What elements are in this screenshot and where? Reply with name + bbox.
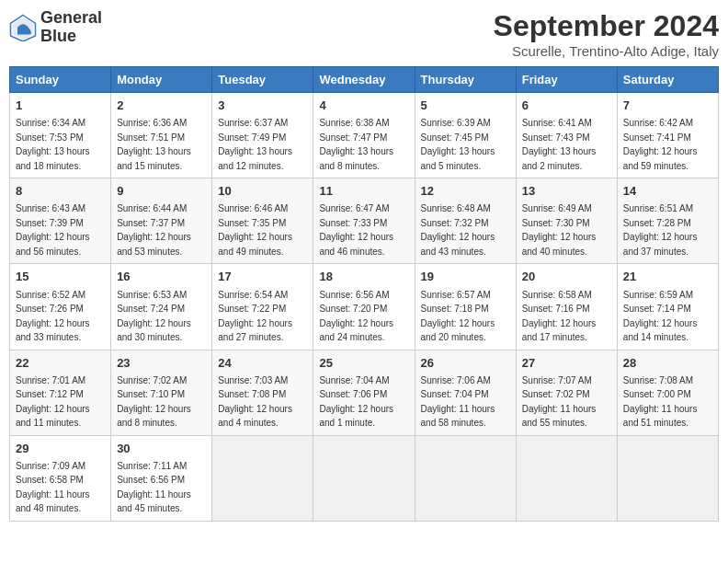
day-number: 6 [522, 98, 611, 114]
logo-text: General Blue [40, 9, 102, 46]
day-info: Sunrise: 6:56 AMSunset: 7:20 PMDaylight:… [319, 290, 393, 343]
calendar-week-2: 8Sunrise: 6:43 AMSunset: 7:39 PMDaylight… [10, 178, 719, 264]
calendar-cell: 16Sunrise: 6:53 AMSunset: 7:24 PMDayligh… [111, 264, 212, 350]
day-number: 25 [319, 355, 408, 372]
day-info: Sunrise: 6:36 AMSunset: 7:51 PMDaylight:… [117, 118, 191, 171]
calendar-cell: 5Sunrise: 6:39 AMSunset: 7:45 PMDaylight… [415, 93, 516, 178]
weekday-header-friday: Friday [516, 67, 617, 93]
weekday-header-row: SundayMondayTuesdayWednesdayThursdayFrid… [10, 67, 719, 93]
day-info: Sunrise: 7:03 AMSunset: 7:08 PMDaylight:… [218, 375, 292, 429]
day-number: 22 [16, 355, 105, 372]
day-number: 12 [421, 183, 510, 200]
weekday-header-tuesday: Tuesday [212, 67, 313, 93]
day-info: Sunrise: 6:58 AMSunset: 7:16 PMDaylight:… [522, 290, 597, 343]
day-info: Sunrise: 6:48 AMSunset: 7:32 PMDaylight:… [421, 203, 495, 257]
calendar-cell [313, 435, 415, 521]
day-info: Sunrise: 6:57 AMSunset: 7:18 PMDaylight:… [421, 290, 495, 343]
day-info: Sunrise: 7:04 AMSunset: 7:06 PMDaylight:… [319, 375, 393, 429]
calendar-cell [516, 435, 617, 521]
day-info: Sunrise: 7:09 AMSunset: 6:58 PMDaylight:… [16, 461, 90, 514]
calendar-cell: 11Sunrise: 6:47 AMSunset: 7:33 PMDayligh… [313, 178, 415, 264]
calendar-cell: 2Sunrise: 6:36 AMSunset: 7:51 PMDaylight… [111, 93, 212, 178]
calendar-cell: 23Sunrise: 7:02 AMSunset: 7:10 PMDayligh… [111, 350, 212, 435]
day-number: 7 [623, 98, 712, 114]
day-info: Sunrise: 6:54 AMSunset: 7:22 PMDaylight:… [218, 290, 292, 343]
logo-icon [9, 14, 37, 41]
weekday-header-sunday: Sunday [10, 67, 111, 93]
day-number: 8 [16, 183, 105, 200]
day-number: 18 [319, 269, 408, 285]
day-info: Sunrise: 6:37 AMSunset: 7:49 PMDaylight:… [218, 118, 292, 171]
calendar-cell: 14Sunrise: 6:51 AMSunset: 7:28 PMDayligh… [617, 178, 718, 264]
day-number: 23 [117, 355, 206, 372]
calendar-cell: 22Sunrise: 7:01 AMSunset: 7:12 PMDayligh… [10, 350, 111, 435]
calendar-cell: 10Sunrise: 6:46 AMSunset: 7:35 PMDayligh… [212, 178, 313, 264]
day-number: 20 [522, 269, 611, 285]
calendar-cell: 24Sunrise: 7:03 AMSunset: 7:08 PMDayligh… [212, 350, 313, 435]
day-number: 3 [218, 98, 307, 114]
calendar-cell [415, 435, 516, 521]
calendar-week-4: 22Sunrise: 7:01 AMSunset: 7:12 PMDayligh… [10, 350, 719, 435]
logo: General Blue [9, 9, 102, 46]
day-number: 5 [421, 98, 510, 114]
day-number: 13 [522, 183, 611, 200]
day-info: Sunrise: 7:08 AMSunset: 7:00 PMDaylight:… [623, 375, 698, 429]
calendar-cell: 20Sunrise: 6:58 AMSunset: 7:16 PMDayligh… [516, 264, 617, 350]
calendar-cell: 27Sunrise: 7:07 AMSunset: 7:02 PMDayligh… [516, 350, 617, 435]
day-number: 28 [623, 355, 712, 372]
day-number: 21 [623, 269, 712, 285]
calendar-cell: 18Sunrise: 6:56 AMSunset: 7:20 PMDayligh… [313, 264, 415, 350]
day-number: 4 [319, 98, 408, 114]
calendar-cell [617, 435, 718, 521]
calendar-cell: 6Sunrise: 6:41 AMSunset: 7:43 PMDaylight… [516, 93, 617, 178]
day-number: 2 [117, 98, 206, 114]
weekday-header-saturday: Saturday [617, 67, 718, 93]
day-info: Sunrise: 7:02 AMSunset: 7:10 PMDaylight:… [117, 375, 191, 429]
day-number: 10 [218, 183, 307, 200]
day-number: 11 [319, 183, 408, 200]
calendar-cell [212, 435, 313, 521]
calendar-cell: 30Sunrise: 7:11 AMSunset: 6:56 PMDayligh… [111, 435, 212, 521]
day-info: Sunrise: 6:38 AMSunset: 7:47 PMDaylight:… [319, 118, 393, 171]
day-info: Sunrise: 6:41 AMSunset: 7:43 PMDaylight:… [522, 118, 597, 171]
day-number: 30 [117, 441, 206, 457]
calendar-cell: 28Sunrise: 7:08 AMSunset: 7:00 PMDayligh… [617, 350, 718, 435]
calendar-cell: 17Sunrise: 6:54 AMSunset: 7:22 PMDayligh… [212, 264, 313, 350]
calendar-cell: 19Sunrise: 6:57 AMSunset: 7:18 PMDayligh… [415, 264, 516, 350]
day-info: Sunrise: 6:42 AMSunset: 7:41 PMDaylight:… [623, 118, 698, 171]
calendar-cell: 3Sunrise: 6:37 AMSunset: 7:49 PMDaylight… [212, 93, 313, 178]
calendar-week-1: 1Sunrise: 6:34 AMSunset: 7:53 PMDaylight… [10, 93, 719, 178]
day-number: 1 [16, 98, 105, 114]
calendar-cell: 25Sunrise: 7:04 AMSunset: 7:06 PMDayligh… [313, 350, 415, 435]
calendar-cell: 21Sunrise: 6:59 AMSunset: 7:14 PMDayligh… [617, 264, 718, 350]
day-info: Sunrise: 7:07 AMSunset: 7:02 PMDaylight:… [522, 375, 597, 429]
day-number: 24 [218, 355, 307, 372]
day-info: Sunrise: 6:59 AMSunset: 7:14 PMDaylight:… [623, 290, 698, 343]
calendar-cell: 4Sunrise: 6:38 AMSunset: 7:47 PMDaylight… [313, 93, 415, 178]
calendar-table: SundayMondayTuesdayWednesdayThursdayFrid… [9, 66, 719, 522]
day-info: Sunrise: 6:39 AMSunset: 7:45 PMDaylight:… [421, 118, 495, 171]
weekday-header-wednesday: Wednesday [313, 67, 415, 93]
calendar-cell: 26Sunrise: 7:06 AMSunset: 7:04 PMDayligh… [415, 350, 516, 435]
day-number: 14 [623, 183, 712, 200]
day-number: 19 [421, 269, 510, 285]
calendar-cell: 8Sunrise: 6:43 AMSunset: 7:39 PMDaylight… [10, 178, 111, 264]
day-info: Sunrise: 6:49 AMSunset: 7:30 PMDaylight:… [522, 203, 597, 257]
calendar-week-5: 29Sunrise: 7:09 AMSunset: 6:58 PMDayligh… [10, 435, 719, 521]
day-info: Sunrise: 7:06 AMSunset: 7:04 PMDaylight:… [421, 375, 495, 429]
calendar-body: 1Sunrise: 6:34 AMSunset: 7:53 PMDaylight… [10, 93, 719, 522]
day-info: Sunrise: 6:51 AMSunset: 7:28 PMDaylight:… [623, 203, 698, 257]
calendar-cell: 13Sunrise: 6:49 AMSunset: 7:30 PMDayligh… [516, 178, 617, 264]
calendar-cell: 15Sunrise: 6:52 AMSunset: 7:26 PMDayligh… [10, 264, 111, 350]
calendar-week-3: 15Sunrise: 6:52 AMSunset: 7:26 PMDayligh… [10, 264, 719, 350]
day-number: 26 [421, 355, 510, 372]
day-info: Sunrise: 6:46 AMSunset: 7:35 PMDaylight:… [218, 203, 292, 257]
location: Scurelle, Trentino-Alto Adige, Italy [494, 43, 719, 59]
day-info: Sunrise: 7:11 AMSunset: 6:56 PMDaylight:… [117, 461, 191, 514]
calendar-cell: 29Sunrise: 7:09 AMSunset: 6:58 PMDayligh… [10, 435, 111, 521]
day-number: 29 [16, 441, 105, 457]
day-number: 17 [218, 269, 307, 285]
day-info: Sunrise: 7:01 AMSunset: 7:12 PMDaylight:… [16, 375, 90, 429]
calendar-cell: 12Sunrise: 6:48 AMSunset: 7:32 PMDayligh… [415, 178, 516, 264]
day-number: 9 [117, 183, 206, 200]
